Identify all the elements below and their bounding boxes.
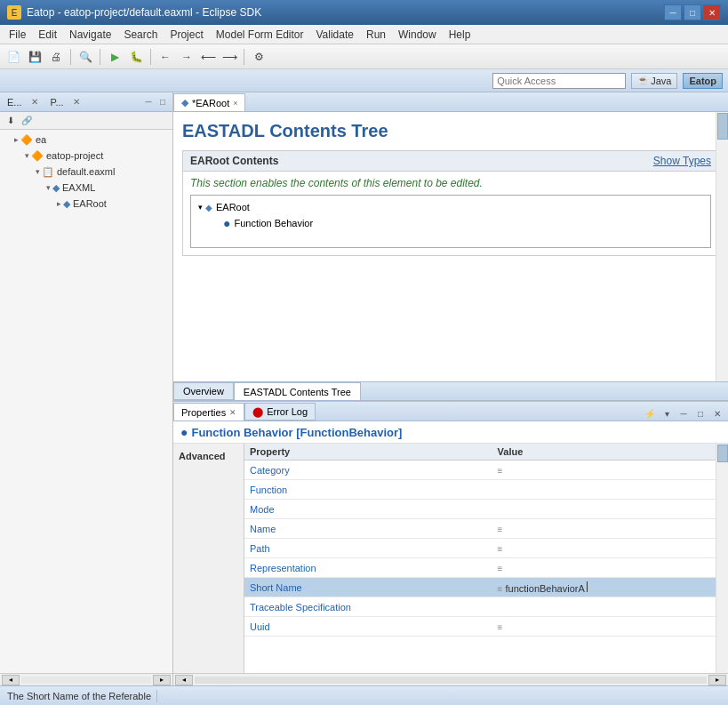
- advanced-tab[interactable]: Advanced: [173, 444, 244, 673]
- menu-model-form-editor[interactable]: Model Form Editor: [211, 27, 309, 43]
- table-row[interactable]: Category ≡: [244, 461, 716, 480]
- toolbar-separator-1: [70, 49, 71, 65]
- scroll-left-button[interactable]: ◂: [2, 675, 20, 685]
- table-row[interactable]: Representation ≡: [244, 558, 716, 578]
- eatop-perspective-button[interactable]: Eatop: [683, 73, 723, 89]
- tree-item-eaxml[interactable]: ▾ ◆ EAXML: [0, 180, 172, 196]
- eastadl-contents-tab[interactable]: EASTADL Contents Tree: [234, 382, 361, 400]
- explorer-tab[interactable]: E...: [4, 96, 26, 108]
- search-button[interactable]: 🔍: [76, 47, 95, 67]
- earoot-diamond-icon: ◆: [205, 203, 212, 212]
- minimize-panel-button[interactable]: ─: [142, 96, 155, 108]
- earoot-label: EARoot: [216, 202, 250, 212]
- packages-tab[interactable]: P...: [47, 96, 68, 108]
- menu-project[interactable]: Project: [164, 27, 208, 43]
- close-button[interactable]: ✕: [703, 4, 721, 20]
- java-perspective-button[interactable]: ☕ Java: [631, 73, 677, 89]
- close-explorer-button[interactable]: ✕: [28, 96, 41, 108]
- overview-tab[interactable]: Overview: [173, 382, 234, 400]
- menu-edit[interactable]: Edit: [33, 27, 62, 43]
- editor-scrollbar-thumb[interactable]: [717, 113, 728, 140]
- new-button[interactable]: 📄: [4, 47, 23, 67]
- arrow-default-eaxml: ▾: [36, 167, 40, 176]
- menu-validate[interactable]: Validate: [311, 27, 359, 43]
- print-button[interactable]: 🖨: [46, 47, 66, 67]
- contents-tree-function-behavior[interactable]: ● Function Behavior: [195, 215, 707, 231]
- debug-button[interactable]: 🐛: [126, 47, 146, 67]
- properties-scrollbar[interactable]: [716, 444, 728, 673]
- properties-minimize-button[interactable]: ─: [676, 406, 691, 421]
- forward-button[interactable]: →: [177, 47, 196, 67]
- prop-scroll-left[interactable]: ◂: [175, 675, 193, 685]
- arrow-earoot: ▸: [57, 199, 61, 208]
- menu-bar: File Edit Navigate Search Project Model …: [0, 25, 728, 44]
- table-row[interactable]: Traceable Specification: [244, 597, 716, 617]
- table-row[interactable]: Name ≡: [244, 519, 716, 539]
- properties-scrollbar-thumb[interactable]: [717, 445, 728, 462]
- earoot-tab-close[interactable]: ×: [233, 99, 237, 108]
- menu-file[interactable]: File: [4, 27, 31, 43]
- properties-hscroll[interactable]: ◂ ▸: [173, 673, 728, 685]
- menu-help[interactable]: Help: [444, 27, 476, 43]
- tree-item-ea[interactable]: ▸ 🔶 ea: [0, 132, 172, 148]
- earoot-contents-section: EARoot Contents Show Types This section …: [182, 150, 719, 256]
- table-row[interactable]: Path ≡: [244, 539, 716, 558]
- prop-icon-name: ≡: [498, 525, 503, 534]
- prop-name-path: Path: [250, 543, 270, 554]
- tree-view[interactable]: ▸ 🔶 ea ▾ 🔶 eatop-project ▾ 📋 default.eax…: [0, 130, 172, 673]
- contents-tree-earoot[interactable]: ▾ ◆ EARoot: [195, 199, 707, 215]
- prop-hscroll-track[interactable]: [195, 677, 707, 684]
- menu-window[interactable]: Window: [393, 27, 442, 43]
- tree-item-default-eaxml[interactable]: ▾ 📋 default.eaxml: [0, 164, 172, 180]
- collapse-all-button[interactable]: ⬇: [4, 114, 18, 128]
- properties-tabs: Properties ✕ ⬤ Error Log: [173, 403, 316, 421]
- earoot-editor-tab[interactable]: ◆ *EARoot ×: [173, 93, 245, 111]
- editor-scrollbar[interactable]: [716, 112, 728, 381]
- run-button[interactable]: ▶: [105, 47, 124, 67]
- table-row-short-name[interactable]: Short Name ≡ functionBehaviorA: [244, 578, 716, 597]
- back-button[interactable]: ←: [156, 47, 175, 67]
- table-row[interactable]: Function: [244, 480, 716, 500]
- scroll-right-button[interactable]: ▸: [153, 675, 171, 685]
- error-log-tab[interactable]: ⬤ Error Log: [244, 403, 316, 421]
- properties-tab-label: Properties: [181, 407, 226, 418]
- menu-run[interactable]: Run: [361, 27, 391, 43]
- properties-tab-close[interactable]: ✕: [229, 408, 236, 417]
- tree-item-earoot[interactable]: ▸ ◆ EARoot: [0, 196, 172, 212]
- editor-title: EASTADL Contents Tree: [182, 121, 719, 141]
- properties-action-button[interactable]: ⚡: [643, 406, 657, 421]
- prop-scroll-right[interactable]: ▸: [708, 675, 726, 685]
- tree-item-eatop-project[interactable]: ▾ 🔶 eatop-project: [0, 148, 172, 164]
- table-row[interactable]: Uuid ≡: [244, 617, 716, 637]
- quick-access-input[interactable]: [492, 73, 626, 89]
- prev-edit-button[interactable]: ⟵: [198, 47, 218, 67]
- link-editor-button[interactable]: 🔗: [20, 114, 34, 128]
- table-row[interactable]: Mode: [244, 500, 716, 519]
- hscroll-track[interactable]: [21, 677, 151, 684]
- maximize-panel-button[interactable]: □: [156, 96, 169, 108]
- section-title: EARoot Contents: [190, 155, 278, 167]
- bottom-tab-bar: Overview EASTADL Contents Tree: [173, 381, 728, 401]
- toolbar-separator-3: [150, 49, 151, 65]
- menu-navigate[interactable]: Navigate: [64, 27, 116, 43]
- maximize-button[interactable]: □: [684, 4, 701, 20]
- ext-tool-button[interactable]: ⚙: [249, 47, 268, 67]
- icon-earoot: ◆: [63, 198, 70, 210]
- next-edit-button[interactable]: ⟶: [220, 47, 239, 67]
- prop-name-function: Function: [250, 485, 287, 495]
- properties-table-area[interactable]: Property Value Category ≡ Function: [244, 444, 716, 673]
- panel-controls: ─ □: [142, 96, 169, 108]
- prop-icon-representation: ≡: [498, 564, 503, 573]
- left-panel-hscroll[interactable]: ◂ ▸: [0, 673, 172, 685]
- minimize-button[interactable]: ─: [664, 4, 682, 20]
- show-types-link[interactable]: Show Types: [653, 155, 711, 167]
- properties-tab[interactable]: Properties ✕: [173, 403, 244, 421]
- properties-close-button[interactable]: ✕: [710, 406, 724, 421]
- menu-search[interactable]: Search: [118, 27, 163, 43]
- section-header: EARoot Contents Show Types: [183, 151, 718, 172]
- window-controls: ─ □ ✕: [664, 4, 721, 20]
- properties-maximize-button[interactable]: □: [693, 406, 708, 421]
- properties-menu-button[interactable]: ▾: [660, 406, 674, 421]
- close-packages-button[interactable]: ✕: [70, 96, 83, 108]
- save-button[interactable]: 💾: [25, 47, 44, 67]
